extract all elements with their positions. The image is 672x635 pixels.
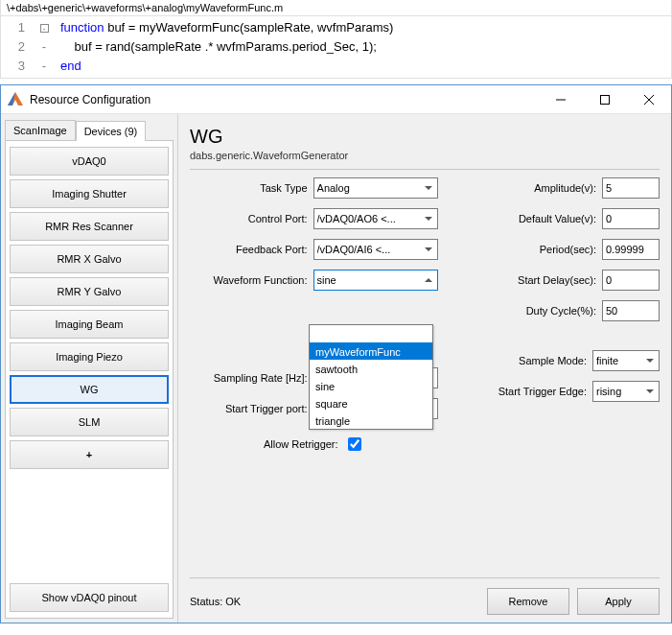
- sidebar-item-imaging-piezo[interactable]: Imaging Piezo: [10, 342, 169, 371]
- sidebar-item-rmr-y-galvo[interactable]: RMR Y Galvo: [10, 277, 169, 306]
- task-type-select[interactable]: Analog: [313, 177, 438, 199]
- label-default-value: Default Value(v):: [453, 213, 598, 224]
- start-trigger-edge-select[interactable]: rising: [592, 381, 660, 402]
- dropdown-item-square[interactable]: square: [310, 394, 432, 412]
- label-feedback-port: Feedback Port:: [190, 244, 310, 255]
- label-waveform-function: Waveform Function:: [190, 274, 310, 286]
- minimize-button[interactable]: [539, 85, 583, 114]
- editor-code[interactable]: function buf = myWaveformFunc(sampleRate…: [58, 16, 395, 78]
- waveform-function-dropdown[interactable]: myWaveformFunc sawtooth sine square tria…: [309, 324, 433, 430]
- label-amplitude: Amplitude(v):: [453, 182, 598, 194]
- close-button[interactable]: [627, 85, 671, 114]
- editor-pane: \+dabs\+generic\+waveforms\+analog\myWav…: [0, 0, 672, 79]
- amplitude-input[interactable]: [602, 177, 660, 199]
- feedback-port-select[interactable]: /vDAQ0/AI6 <...: [313, 239, 438, 260]
- label-duty-cycle: Duty Cycle(%):: [453, 305, 598, 317]
- dropdown-item-triangle[interactable]: triangle: [310, 412, 432, 429]
- start-delay-input[interactable]: [602, 270, 660, 291]
- apply-button[interactable]: Apply: [577, 588, 660, 615]
- svg-rect-3: [601, 95, 610, 104]
- panel-title: WG: [190, 126, 660, 148]
- fold-toggle-icon[interactable]: -: [40, 24, 49, 33]
- label-task-type: Task Type: [190, 182, 310, 194]
- label-period: Period(sec):: [453, 244, 598, 255]
- dropdown-item-sawtooth[interactable]: sawtooth: [310, 360, 432, 377]
- sidebar-item-imaging-beam[interactable]: Imaging Beam: [10, 310, 169, 339]
- sidebar-item-imaging-shutter[interactable]: Imaging Shutter: [10, 179, 169, 208]
- remove-button[interactable]: Remove: [487, 588, 569, 615]
- panel-subtitle: dabs.generic.WaveformGenerator: [190, 150, 660, 170]
- control-port-select[interactable]: /vDAQ0/AO6 <...: [313, 208, 438, 229]
- sidebar-item-slm[interactable]: SLM: [10, 408, 169, 436]
- editor-filepath: \+dabs\+generic\+waveforms\+analog\myWav…: [1, 0, 671, 16]
- tab-devices[interactable]: Devices (9): [76, 121, 147, 141]
- add-device-button[interactable]: +: [10, 440, 169, 469]
- status-text: Status: OK: [190, 596, 479, 607]
- waveform-function-select[interactable]: sine: [313, 270, 438, 291]
- maximize-button[interactable]: [583, 85, 627, 114]
- allow-retrigger-checkbox[interactable]: [348, 437, 361, 451]
- label-sample-mode: Sample Mode:: [453, 355, 589, 366]
- sidebar-item-rmr-x-galvo[interactable]: RMR X Galvo: [10, 245, 169, 273]
- editor-gutter: 1 2 3: [1, 16, 30, 78]
- resource-config-window: Resource Configuration ScanImage Devices…: [0, 84, 672, 623]
- tab-scanimage[interactable]: ScanImage: [5, 120, 76, 140]
- sidebar-item-vdaq0[interactable]: vDAQ0: [10, 147, 169, 176]
- matlab-icon: [7, 91, 24, 108]
- show-pinout-button[interactable]: Show vDAQ0 pinout: [10, 583, 169, 612]
- dropdown-item-sine[interactable]: sine: [310, 377, 432, 394]
- label-allow-retrigger: Allow Retrigger:: [264, 438, 340, 450]
- sidebar-item-wg[interactable]: WG: [10, 375, 169, 404]
- dropdown-item-mywaveformfunc[interactable]: myWaveformFunc: [310, 342, 432, 360]
- editor-fold-column: - - -: [30, 16, 58, 78]
- window-title: Resource Configuration: [30, 93, 539, 106]
- sidebar-item-rmr-res-scanner[interactable]: RMR Res Scanner: [10, 212, 169, 241]
- titlebar[interactable]: Resource Configuration: [1, 85, 671, 114]
- sidebar-tabs: ScanImage Devices (9): [1, 114, 177, 140]
- device-list: vDAQ0 Imaging Shutter RMR Res Scanner RM…: [5, 140, 174, 619]
- device-panel: WG dabs.generic.WaveformGenerator Task T…: [178, 114, 671, 623]
- period-input[interactable]: [602, 239, 660, 260]
- label-control-port: Control Port:: [190, 213, 310, 224]
- label-start-trigger-port: Start Trigger port:: [190, 403, 310, 414]
- label-start-delay: Start Delay(sec):: [453, 274, 598, 286]
- duty-cycle-input[interactable]: [602, 300, 660, 321]
- label-start-trigger-edge: Start Trigger Edge:: [453, 386, 589, 397]
- sample-mode-select[interactable]: finite: [592, 350, 660, 371]
- default-value-input[interactable]: [602, 208, 660, 229]
- label-sampling-rate: Sampling Rate [Hz]:: [190, 372, 310, 384]
